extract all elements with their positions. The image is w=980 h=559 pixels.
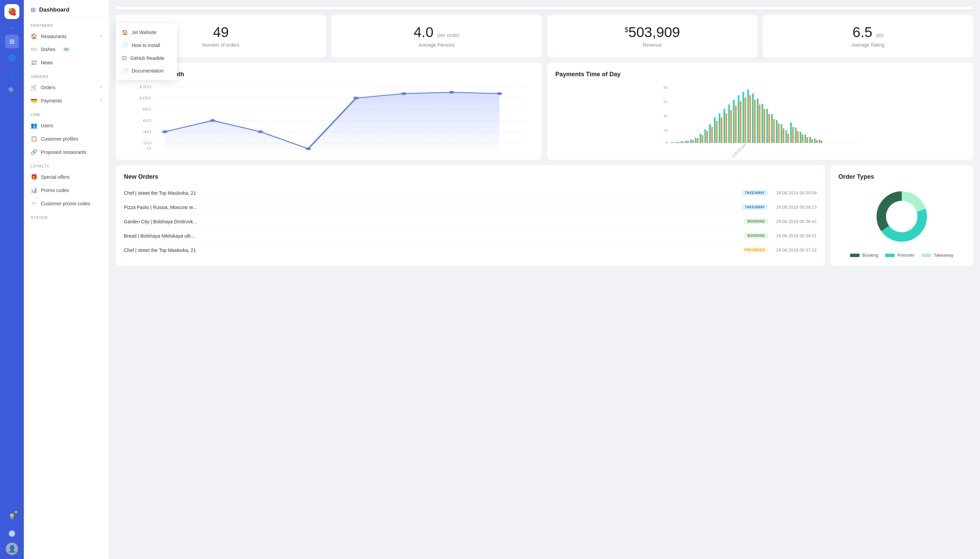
rail-lightbulb-wrap: 💡 bbox=[5, 510, 19, 524]
customer-promo-codes-icon: ✂ bbox=[31, 200, 37, 207]
sidebar-item-restaurants[interactable]: 🏠 Restaurants ▾ bbox=[24, 30, 109, 43]
svg-rect-60 bbox=[740, 101, 741, 143]
order-row: Garden City | Bolshaya Dmitrovk... BOOKI… bbox=[124, 215, 817, 229]
svg-text:80: 80 bbox=[143, 107, 152, 112]
svg-text:60: 60 bbox=[663, 100, 668, 104]
special-offers-label: Special offers bbox=[41, 174, 70, 180]
stat-rating: 6.5 pts Average Rating bbox=[763, 15, 973, 57]
sidebar-item-special-offers[interactable]: 🎁 Special offers bbox=[24, 170, 109, 184]
sidebar-item-customer-profiles[interactable]: 📋 Customer profiles bbox=[24, 132, 109, 146]
order-time: 29.08.2018 00:37:22 bbox=[772, 248, 817, 253]
preorder-swatch bbox=[885, 254, 894, 257]
svg-point-100 bbox=[886, 201, 917, 232]
svg-rect-79 bbox=[785, 131, 787, 143]
svg-rect-31 bbox=[671, 142, 673, 143]
booking-swatch bbox=[850, 254, 860, 257]
svg-rect-33 bbox=[676, 142, 678, 143]
svg-rect-39 bbox=[690, 140, 692, 143]
dropdown-github-readme[interactable]: 🖼 GitHub ReadMe bbox=[116, 52, 177, 64]
sidebar-title: Dashboard bbox=[39, 7, 69, 13]
icon-rail: 🍓 ⌄ ⊞ 🌐 👤 🔍 💡 ⬤ 👤 bbox=[0, 0, 24, 559]
stat-persons: 4.0 per order Average Persons bbox=[332, 15, 542, 57]
section-label-partners: PARTNERS bbox=[24, 18, 109, 30]
proposed-restaurants-label: Proposed restaurants bbox=[41, 149, 86, 155]
news-label: News bbox=[41, 60, 53, 65]
rail-chevron-icon[interactable]: ⌄ bbox=[10, 25, 13, 29]
order-time: 29.08.2018 00:38:42 bbox=[772, 219, 817, 224]
sidebar-item-payments[interactable]: 💳 Payments ▾ bbox=[24, 94, 109, 107]
how-to-install-icon: 📄 bbox=[122, 42, 128, 48]
sidebar-item-orders[interactable]: 🛒 Orders ▾ bbox=[24, 81, 109, 94]
dropdown-jet-website[interactable]: 🏠 Jet Website bbox=[116, 26, 177, 39]
svg-text:40: 40 bbox=[663, 114, 668, 118]
svg-point-19 bbox=[449, 91, 454, 94]
promo-codes-label: Promo codes bbox=[41, 188, 69, 193]
section-label-system: SYSTEM bbox=[24, 210, 109, 222]
svg-rect-47 bbox=[709, 124, 711, 143]
svg-point-15 bbox=[257, 131, 263, 133]
order-name: Chef | street the Top Maslovka, 21 bbox=[124, 248, 737, 253]
svg-point-13 bbox=[162, 131, 167, 133]
jet-website-label: Jet Website bbox=[132, 30, 157, 35]
svg-rect-78 bbox=[783, 128, 784, 143]
dropdown-how-to-install[interactable]: 📄 How to install bbox=[116, 39, 177, 52]
svg-rect-86 bbox=[802, 134, 803, 143]
rail-search-icon[interactable]: 🔍 bbox=[5, 84, 19, 98]
dropdown-documentation[interactable]: 📄 Documentation bbox=[116, 64, 177, 77]
svg-text:100: 100 bbox=[139, 96, 151, 101]
svg-text:0: 0 bbox=[147, 146, 152, 151]
rail-dashboard-icon[interactable]: ⊞ bbox=[5, 35, 19, 48]
sidebar-header: ⊞ Dashboard bbox=[24, 0, 109, 18]
svg-rect-37 bbox=[685, 141, 687, 143]
svg-rect-68 bbox=[759, 104, 761, 143]
restaurants-icon: 🏠 bbox=[31, 33, 37, 40]
dishes-badge: 94 bbox=[62, 47, 71, 52]
svg-rect-59 bbox=[738, 95, 739, 143]
sidebar: ⊞ Dashboard PARTNERS 🏠 Restaurants ▾ 🍽 D… bbox=[24, 0, 109, 559]
svg-rect-77 bbox=[780, 124, 782, 143]
sidebar-item-users[interactable]: 👥 Users bbox=[24, 119, 109, 132]
order-name: Chef | street the Top Maslovka, 21 bbox=[124, 190, 737, 196]
svg-rect-72 bbox=[768, 114, 770, 143]
dishes-icon: 🍽 bbox=[31, 46, 37, 53]
svg-rect-74 bbox=[773, 119, 775, 143]
svg-rect-50 bbox=[716, 121, 718, 143]
payments-chevron-icon: ▾ bbox=[100, 98, 102, 103]
svg-rect-83 bbox=[795, 128, 797, 143]
dashboard-grid-icon: ⊞ bbox=[31, 6, 36, 13]
documentation-label: Documentation bbox=[132, 68, 164, 74]
revenue-number: $503,909 bbox=[625, 25, 680, 40]
payments-month-title: Payments per Month bbox=[124, 71, 534, 78]
svg-rect-42 bbox=[697, 138, 699, 143]
svg-point-14 bbox=[210, 119, 215, 122]
section-label-orders: ORDERS bbox=[24, 69, 109, 81]
legend-preorder: Preorder bbox=[885, 253, 915, 258]
sidebar-item-news[interactable]: 📰 News bbox=[24, 56, 109, 69]
donut-chart-svg bbox=[871, 186, 932, 247]
rail-globe-icon[interactable]: 🌐 bbox=[5, 51, 19, 64]
svg-rect-76 bbox=[778, 124, 780, 143]
how-to-install-label: How to install bbox=[132, 43, 160, 48]
sidebar-item-proposed-restaurants[interactable]: 🔗 Proposed restaurants bbox=[24, 146, 109, 159]
sidebar-item-dishes[interactable]: 🍽 Dishes 94 bbox=[24, 43, 109, 56]
rail-toggle-icon[interactable]: ⬤ bbox=[5, 526, 19, 540]
payments-time-card: Payments Time of Day 80 60 40 20 0 bbox=[547, 63, 973, 160]
sidebar-item-customer-promo-codes[interactable]: ✂ Customer promo codes bbox=[24, 197, 109, 210]
svg-rect-82 bbox=[792, 127, 794, 143]
svg-rect-70 bbox=[764, 109, 765, 143]
legend-booking: Booking bbox=[850, 253, 878, 258]
order-row: Pizza Paolo | Russia, Moscow re... TAKEA… bbox=[124, 200, 817, 215]
svg-text:40: 40 bbox=[143, 130, 152, 134]
special-offers-icon: 🎁 bbox=[31, 174, 37, 180]
svg-rect-51 bbox=[719, 113, 720, 143]
line-chart-svg: 120 100 80 60 40 20 0 bbox=[124, 83, 534, 152]
customer-profiles-label: Customer profiles bbox=[41, 136, 78, 142]
rail-user-icon[interactable]: 👤 bbox=[5, 68, 19, 81]
svg-rect-56 bbox=[730, 110, 732, 143]
svg-rect-66 bbox=[754, 100, 756, 143]
svg-rect-92 bbox=[816, 140, 818, 143]
svg-rect-32 bbox=[673, 142, 675, 143]
svg-rect-81 bbox=[790, 122, 792, 143]
user-avatar[interactable]: 👤 bbox=[6, 542, 18, 555]
sidebar-item-promo-codes[interactable]: 📊 Promo codes bbox=[24, 184, 109, 197]
